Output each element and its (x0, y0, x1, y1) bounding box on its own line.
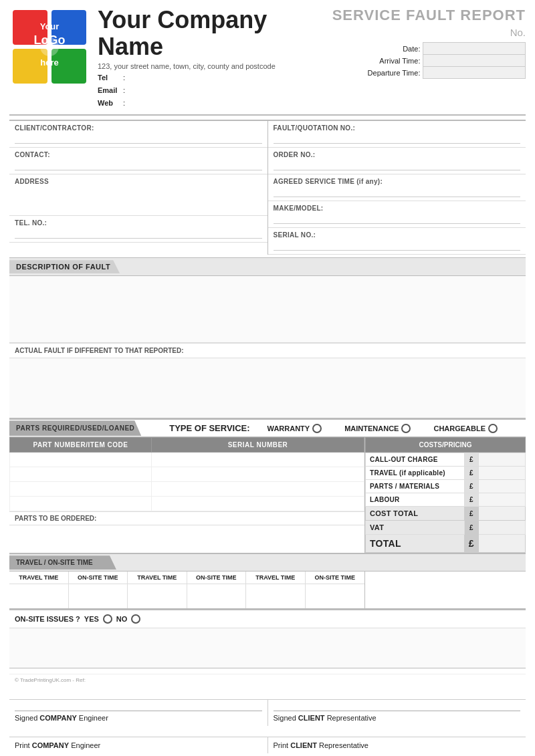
part-num-2[interactable] (10, 467, 152, 482)
company-sign-line (15, 711, 262, 711)
arrival-value[interactable] (423, 55, 526, 67)
warranty-option[interactable]: WARRANTY (268, 424, 322, 433)
part-num-4[interactable] (10, 497, 152, 511)
arrival-label: Arrival Time: (332, 55, 423, 67)
parts-row-3 (10, 482, 364, 497)
logo-icon: Your LoGo here (9, 7, 90, 87)
onsite-val-2[interactable] (187, 584, 247, 608)
parts-materials-row: PARTS / MATERIALS £ (366, 480, 526, 493)
tel-no-value[interactable] (15, 228, 262, 239)
contact-value[interactable] (15, 160, 262, 170)
vat-row: VAT £ (366, 521, 526, 535)
travel-val-1[interactable] (9, 584, 69, 608)
serial-num-2[interactable] (152, 467, 364, 482)
labour-value[interactable] (478, 493, 525, 507)
maintenance-radio[interactable] (401, 424, 411, 433)
fault-description-area[interactable] (9, 276, 526, 343)
fault-section-header: DESCRIPTION OF FAULT (9, 260, 120, 273)
travel-val-3[interactable] (246, 584, 306, 608)
parts-value[interactable] (478, 480, 525, 493)
make-model-value[interactable] (274, 213, 521, 224)
part-num-1[interactable] (10, 453, 152, 467)
client-sign-line (274, 711, 521, 711)
client-value[interactable] (15, 133, 262, 144)
onsite-issues-label: ON-SITE ISSUES ? (15, 615, 80, 623)
parts-header-row: PARTS REQUIRED/USED/LOANED TYPE OF SERVI… (9, 418, 526, 437)
serial-num-1[interactable] (152, 453, 364, 467)
order-no-value[interactable] (274, 160, 521, 170)
part-number-header: PART NUMBER/ITEM CODE (10, 438, 152, 453)
costs-header: COSTS/PRICING (365, 437, 526, 453)
cost-total-value[interactable] (478, 507, 525, 521)
fault-quotation-row: FAULT/QUOTATION NO.: (268, 121, 526, 148)
report-title: SERVICE FAULT REPORT (332, 7, 526, 24)
email-colon: : (123, 86, 125, 94)
parts-required-label: PARTS REQUIRED/USED/LOANED (9, 420, 141, 436)
fault-quotation-value[interactable] (274, 133, 521, 144)
onsite-time-1: ON-SITE TIME (69, 572, 128, 584)
address-label: ADDRESS (15, 178, 262, 185)
labour-label: LABOUR (366, 493, 465, 507)
actual-fault-area[interactable] (9, 358, 526, 418)
travel-section: TRAVEL / ON-SITE TIME TRAVEL TIME ON-SIT… (9, 553, 526, 609)
print-company-text: Print (15, 741, 30, 749)
parts-table: PART NUMBER/ITEM CODE SERIAL NUMBER (9, 437, 364, 511)
onsite-val-1[interactable] (69, 584, 128, 608)
call-out-value[interactable] (478, 453, 525, 467)
onsite-val-3[interactable] (306, 584, 365, 608)
serial-no-value[interactable] (274, 240, 521, 251)
serial-num-4[interactable] (152, 497, 364, 511)
actual-fault-label: ACTUAL FAULT IF DIFFERENT TO THAT REPORT… (9, 343, 526, 358)
yes-radio[interactable] (103, 614, 112, 624)
engineer-label: Engineer (79, 714, 108, 722)
address-value[interactable] (15, 185, 262, 212)
main-form: CLIENT/CONTRACTOR: CONTACT: ADDRESS TEL.… (9, 120, 526, 255)
order-no-row: ORDER NO.: (268, 148, 526, 174)
tel-no-row: TEL. NO.: (9, 216, 268, 243)
onsite-time-3: ON-SITE TIME (306, 572, 365, 584)
svg-text:Your: Your (40, 21, 60, 31)
agreed-service-value[interactable] (274, 186, 521, 197)
address-row: ADDRESS (9, 174, 268, 216)
vat-value[interactable] (478, 521, 525, 535)
call-out-label: CALL-OUT CHARGE (366, 453, 465, 467)
date-value[interactable] (423, 43, 526, 55)
total-label: TOTAL (366, 535, 465, 553)
web-colon: : (123, 99, 125, 107)
fault-quotation-label: FAULT/QUOTATION NO.: (274, 124, 521, 132)
call-out-currency: £ (464, 453, 478, 467)
total-currency: £ (464, 507, 478, 521)
departure-value[interactable] (423, 67, 526, 79)
logo-area: Your LoGo here (9, 7, 90, 87)
travel-value[interactable] (478, 467, 525, 480)
print-client-cell: Print CLIENT Representative (268, 737, 526, 753)
sign-lines-row: Signed COMPANY Engineer Signed CLIENT Re… (9, 699, 526, 726)
travel-cost-row: TRAVEL (if applicable) £ (366, 467, 526, 480)
chargeable-radio[interactable] (488, 424, 498, 433)
print-lines-row: Print COMPANY Engineer Print CLIENT Repr… (9, 737, 526, 753)
travel-cols-area: TRAVEL TIME ON-SITE TIME TRAVEL TIME ON-… (9, 572, 365, 608)
onsite-notes-area[interactable] (9, 628, 526, 668)
warranty-radio[interactable] (312, 424, 322, 433)
date-label: Date: (332, 43, 423, 55)
chargeable-option[interactable]: CHARGEABLE (433, 424, 498, 433)
representative-label: Representative (327, 714, 377, 722)
chargeable-label: CHARGEABLE (433, 424, 486, 432)
no-label: NO (116, 615, 128, 623)
no-radio[interactable] (131, 614, 140, 624)
arrival-row: Arrival Time: (332, 55, 526, 67)
travel-val-2[interactable] (128, 584, 187, 608)
parts-row-2 (10, 467, 364, 482)
part-num-3[interactable] (10, 482, 152, 497)
grand-total-value[interactable] (478, 535, 525, 553)
travel-time-1: TRAVEL TIME (9, 572, 69, 584)
warranty-label: WARRANTY (268, 424, 310, 432)
order-no-label: ORDER NO.: (274, 151, 521, 158)
serial-num-3[interactable] (152, 482, 364, 497)
travel-header-row: TRAVEL / ON-SITE TIME (9, 554, 526, 572)
form-right-col: FAULT/QUOTATION NO.: ORDER NO.: AGREED S… (268, 121, 526, 255)
travel-section-label: TRAVEL / ON-SITE TIME (9, 555, 116, 570)
type-of-service-label: TYPE OF SERVICE: (169, 423, 249, 433)
parts-row-1 (10, 453, 364, 467)
maintenance-option[interactable]: MAINTENANCE (344, 424, 411, 433)
